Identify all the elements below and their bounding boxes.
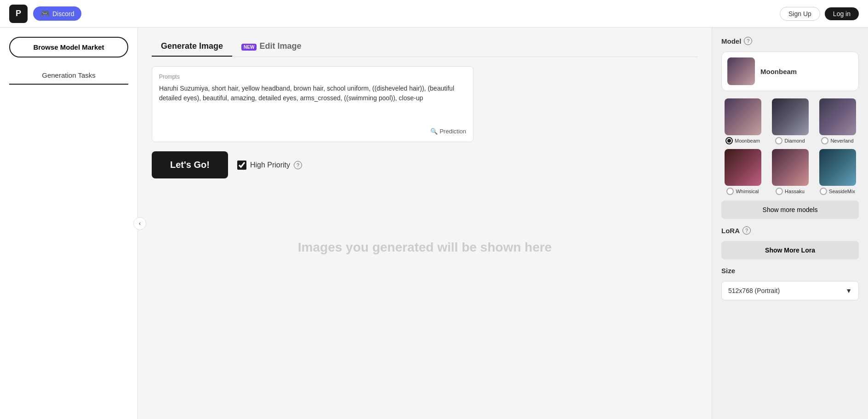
model-thumbnail-neverland [819,98,856,135]
model-item-diamond[interactable]: Diamond [769,98,811,144]
action-row: Let's Go! High Priority ? [152,151,474,178]
empty-state-text: Images you generated will be shown here [298,240,552,255]
model-radio-neverland[interactable] [821,137,828,144]
model-section-header: Model ? [721,37,859,45]
model-radio-row-neverland: Neverland [821,137,853,144]
discord-label: Discord [52,10,74,17]
selected-model-name: Moonbeam [760,68,797,75]
size-section-title: Size [721,267,735,275]
browse-model-market-button[interactable]: Browse Model Market [9,37,128,57]
model-thumbnail-hassaku [772,149,809,186]
size-value: 512x768 (Portrait) [728,287,780,294]
lora-section: LoRA ? Show More Lora [721,226,859,259]
size-section: Size 512x768 (Portrait) ▼ [721,267,859,300]
prompt-label: Prompts [159,74,466,80]
high-priority-row: High Priority ? [237,161,302,170]
model-item-whimsical[interactable]: Whimsical [721,149,764,195]
prediction-button[interactable]: 🔍 Prediction [430,128,466,135]
prompt-container: Prompts Haruhi Suzumiya, short hair, yel… [152,66,474,142]
model-radio-hassaku[interactable] [776,188,783,195]
tab-edit-image[interactable]: NEWEdit Image [232,37,310,57]
model-radio-row-hassaku: Hassaku [776,188,805,195]
model-help-icon[interactable]: ? [744,37,752,45]
size-dropdown[interactable]: 512x768 (Portrait) ▼ [721,281,859,300]
main-tabs: Generate Image NEWEdit Image [152,37,698,57]
prompt-text[interactable]: Haruhi Suzumiya, short hair, yellow head… [159,84,466,121]
model-radio-row-seaside: SeasideMix [820,188,855,195]
model-label-moonbeam: Moonbeam [735,138,760,143]
show-more-models-button[interactable]: Show more models [721,201,859,219]
model-section-title: Model [721,37,741,45]
main-layout: Browse Model Market Generation Tasks ‹ G… [0,28,868,419]
model-radio-diamond[interactable] [775,137,782,144]
login-button[interactable]: Log in [825,7,859,20]
model-item-neverland[interactable]: Neverland [816,98,859,144]
high-priority-label: High Priority [250,161,290,169]
header-left: P 🎮 Discord [9,5,81,23]
model-radio-whimsical[interactable] [726,188,734,195]
model-radio-seaside[interactable] [820,188,827,195]
model-radio-row-whimsical: Whimsical [726,188,759,195]
model-thumbnail-whimsical [725,149,761,186]
model-label-whimsical: Whimsical [736,189,759,194]
sidebar: Browse Model Market Generation Tasks ‹ [0,28,138,419]
edit-image-badge: NEW [241,44,257,51]
high-priority-checkbox[interactable] [237,161,246,170]
lets-go-button[interactable]: Let's Go! [152,151,228,178]
search-icon: 🔍 [430,128,438,135]
model-item-seaside[interactable]: SeasideMix [816,149,859,195]
model-thumbnail-seaside [819,149,856,186]
model-radio-row-moonbeam: Moonbeam [725,137,760,144]
edit-image-label: Edit Image [259,41,301,51]
model-item-hassaku[interactable]: Hassaku [769,149,811,195]
header-right: Sign Up Log in [780,7,859,21]
model-radio-row-diamond: Diamond [775,137,805,144]
logo: P [9,5,28,23]
right-panel: Model ? Moonbeam Moonbeam Diamond [712,28,868,419]
empty-state: Images you generated will be shown here [152,178,698,316]
model-thumbnail-diamond [772,98,809,135]
lora-help-icon[interactable]: ? [742,226,751,235]
generation-tasks-tab[interactable]: Generation Tasks [9,67,128,85]
lora-section-title: LoRA [721,227,740,235]
lora-section-header: LoRA ? [721,226,859,235]
model-label-seaside: SeasideMix [829,189,855,194]
chevron-down-icon: ▼ [845,287,852,294]
selected-model-thumbnail [727,57,755,85]
show-more-lora-button[interactable]: Show More Lora [721,241,859,259]
model-label-neverland: Neverland [830,138,853,143]
selected-model-card[interactable]: Moonbeam [721,52,859,91]
collapse-sidebar-button[interactable]: ‹ [133,217,146,230]
tab-generate-image[interactable]: Generate Image [152,37,232,57]
model-item-moonbeam[interactable]: Moonbeam [721,98,764,144]
main-content: Generate Image NEWEdit Image Prompts Har… [138,28,712,419]
size-section-header: Size [721,267,859,275]
prediction-label: Prediction [440,128,466,135]
model-grid: Moonbeam Diamond Neverland [721,98,859,195]
signup-button[interactable]: Sign Up [780,7,820,21]
model-thumbnail-moonbeam [725,98,761,135]
model-radio-moonbeam[interactable] [725,137,733,144]
model-label-hassaku: Hassaku [785,189,805,194]
discord-button[interactable]: 🎮 Discord [33,6,81,21]
model-label-diamond: Diamond [784,138,805,143]
discord-icon: 🎮 [40,9,50,18]
app-header: P 🎮 Discord Sign Up Log in [0,0,868,28]
high-priority-help-icon[interactable]: ? [294,161,302,169]
